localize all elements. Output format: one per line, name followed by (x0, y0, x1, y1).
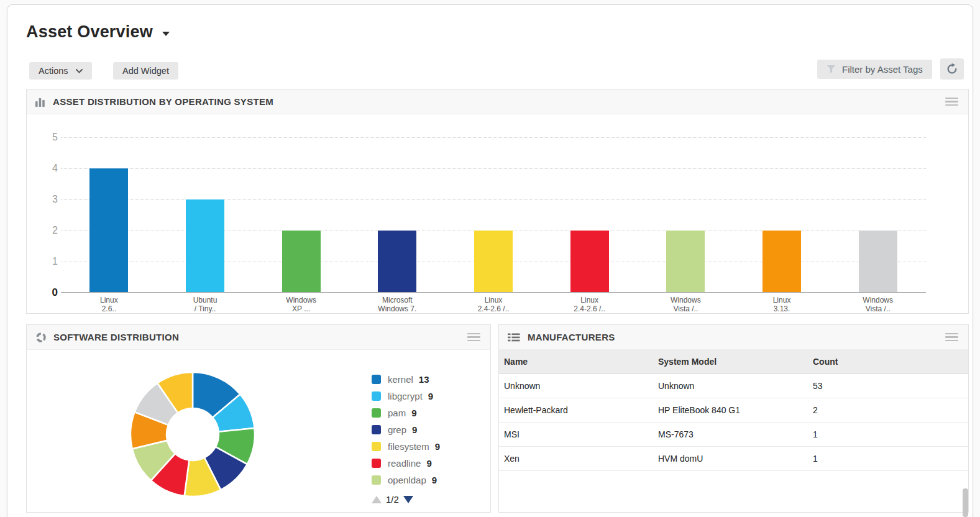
os-distribution-widget: ASSET DISTRIBUTION BY OPERATING SYSTEM 5… (26, 89, 969, 314)
actions-button-label: Actions (39, 66, 68, 76)
os-y-axis: 543210 (35, 89, 58, 313)
manufacturers-header-row: NameSystem ModelCount (499, 350, 968, 374)
refresh-icon (946, 63, 958, 75)
bar-4[interactable] (474, 231, 513, 293)
table-cell: Unknown (653, 374, 808, 398)
bar-slot (541, 137, 638, 293)
legend-swatch (372, 475, 381, 485)
legend-value: 9 (428, 391, 433, 401)
legend-value: 9 (412, 424, 417, 435)
legend-label: openldap (388, 475, 426, 485)
dashboard-card: Asset Overview Actions Add Widget Filter… (7, 4, 973, 517)
legend-page-down-icon[interactable] (403, 496, 413, 503)
refresh-button[interactable] (940, 58, 964, 80)
y-tick-label: 1 (35, 255, 58, 268)
legend-value: 9 (432, 475, 437, 485)
y-tick-label: 3 (35, 193, 58, 206)
legend-item-kernel[interactable]: kernel13 (372, 371, 440, 388)
manufacturers-widget-title: MANUFACTURERS (528, 332, 615, 342)
add-widget-button[interactable]: Add Widget (113, 62, 178, 80)
legend-item-openldap[interactable]: openldap9 (372, 472, 440, 488)
os-widget-menu-icon[interactable] (944, 95, 959, 109)
legend-swatch (372, 391, 381, 401)
page-title: Asset Overview (26, 22, 153, 42)
table-row[interactable]: XenHVM domU1 (499, 447, 968, 471)
bar-7[interactable] (762, 231, 801, 293)
x-category-label: Linux2.4-2.6 /.. (446, 296, 542, 313)
add-widget-button-label: Add Widget (122, 66, 169, 76)
filter-asset-tags-button[interactable]: Filter by Asset Tags (817, 60, 932, 79)
legend-label: readline (388, 458, 421, 469)
bar-slot (638, 137, 734, 293)
legend-swatch (372, 442, 381, 451)
bar-slot (61, 137, 157, 293)
title-dropdown-caret-icon[interactable] (162, 32, 170, 36)
bar-row (61, 137, 926, 293)
os-bar-plot (61, 137, 926, 293)
legend-pager: 1/2 (372, 494, 413, 505)
legend-value: 9 (426, 458, 431, 469)
legend-item-libgcrypt[interactable]: libgcrypt9 (372, 388, 440, 405)
bar-slot (446, 137, 542, 293)
legend-label: filesystem (388, 441, 429, 452)
x-category-label: WindowsVista /.. (638, 296, 734, 313)
chevron-down-icon (76, 69, 83, 73)
x-category-label: WindowsVista /.. (830, 296, 926, 313)
legend-swatch (372, 425, 381, 434)
bar-0[interactable] (89, 168, 128, 293)
bar-3[interactable] (378, 231, 416, 293)
table-row[interactable]: MSIMS-76731 (499, 423, 968, 447)
table-row[interactable]: Hewlett-PackardHP EliteBook 840 G12 (499, 398, 968, 423)
software-widget-menu-icon[interactable] (466, 331, 482, 344)
bar-slot (830, 137, 926, 293)
legend-label: pam (388, 408, 406, 418)
bar-2[interactable] (282, 231, 321, 293)
table-row[interactable]: UnknownUnknown53 (499, 374, 968, 398)
table-cell: HP EliteBook 840 G1 (653, 398, 808, 423)
page-title-row: Asset Overview (26, 22, 170, 42)
legend-item-readline[interactable]: readline9 (372, 455, 440, 472)
legend-label: libgcrypt (388, 391, 423, 401)
table-cell: 1 (808, 447, 968, 471)
legend-item-grep[interactable]: grep9 (372, 421, 440, 438)
y-tick-label: 5 (35, 131, 58, 144)
legend-label: grep (388, 424, 406, 435)
legend-item-filesystem[interactable]: filesystem9 (372, 438, 440, 455)
y-tick-label: 4 (35, 162, 58, 175)
table-list-icon (508, 332, 521, 342)
software-widget-header: SOFTWARE DISTRIBUTION (27, 325, 490, 350)
bar-6[interactable] (666, 231, 705, 293)
manufacturers-widget: MANUFACTURERS NameSystem ModelCount Unkn… (498, 324, 969, 513)
software-distribution-widget: SOFTWARE DISTRIBUTION kernel13libgcrypt9… (26, 324, 491, 513)
manufacturers-tbody: UnknownUnknown53Hewlett-PackardHP EliteB… (499, 374, 968, 471)
table-cell: MSI (499, 423, 653, 447)
table-cell: HVM domU (653, 447, 808, 471)
y-tick-label: 0 (35, 286, 58, 299)
y-tick-label: 2 (35, 224, 58, 237)
os-widget-header: ASSET DISTRIBUTION BY OPERATING SYSTEM (27, 89, 968, 114)
software-legend: kernel13libgcrypt9pam9grep9filesystem9re… (372, 371, 440, 488)
bar-8[interactable] (859, 231, 897, 293)
legend-value: 13 (419, 374, 429, 385)
column-header-system-model[interactable]: System Model (653, 350, 808, 374)
manufacturers-widget-menu-icon[interactable] (944, 331, 959, 344)
actions-button[interactable]: Actions (29, 62, 92, 80)
bar-1[interactable] (186, 199, 224, 293)
x-category-label: Ubuntu/ Tiny.. (157, 296, 254, 313)
os-widget-title: ASSET DISTRIBUTION BY OPERATING SYSTEM (53, 96, 273, 107)
column-header-name[interactable]: Name (499, 350, 653, 374)
table-cell: Unknown (499, 374, 653, 398)
x-category-label: Linux3.13. (734, 296, 830, 313)
legend-page-up-icon[interactable] (372, 496, 382, 503)
legend-page-indicator: 1/2 (386, 494, 399, 505)
legend-item-pam[interactable]: pam9 (372, 405, 440, 421)
donut-chart-icon (35, 332, 47, 343)
bar-slot (157, 137, 254, 293)
legend-value: 9 (435, 441, 440, 452)
table-cell: 1 (808, 423, 968, 447)
column-header-count[interactable]: Count (808, 350, 968, 374)
bar-5[interactable] (570, 231, 609, 293)
table-cell: Xen (499, 447, 653, 471)
vertical-scrollbar-thumb[interactable] (963, 488, 968, 517)
x-category-label: Linux2.6.. (61, 296, 157, 313)
